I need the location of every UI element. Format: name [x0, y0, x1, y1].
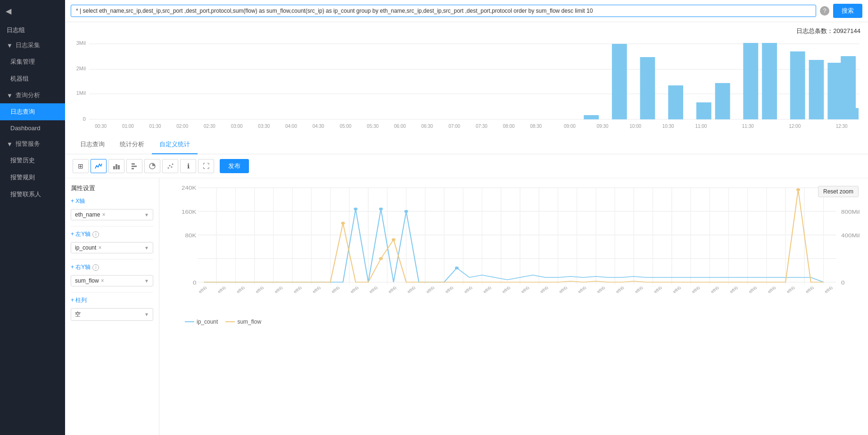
svg-text:eth0: eth0 [804, 285, 815, 294]
svg-text:80K: 80K [185, 233, 197, 239]
svg-text:05:00: 05:00 [339, 124, 351, 129]
x-axis-add-button[interactable]: + X轴 [71, 197, 153, 205]
sidebar-item-alert-history[interactable]: 报警历史 [0, 152, 65, 169]
svg-text:eth0: eth0 [652, 285, 663, 294]
sidebar-section-query-analyze[interactable]: ▼ 查询分析 [0, 87, 65, 103]
svg-text:eth0: eth0 [614, 285, 626, 294]
svg-text:11:30: 11:30 [742, 124, 754, 129]
column-select[interactable]: 空 ▼ [71, 308, 153, 321]
left-y-axis-select[interactable]: ip_count × ▼ [71, 242, 153, 253]
svg-text:04:00: 04:00 [285, 124, 297, 129]
sidebar-item-machine-group[interactable]: 机器组 [0, 70, 65, 87]
left-y-info-icon[interactable]: i [92, 231, 99, 238]
svg-text:800Mil: 800Mil [841, 209, 860, 215]
sidebar-collapse-button[interactable]: ◀ [0, 0, 65, 22]
svg-text:eth0: eth0 [311, 285, 322, 294]
right-y-axis-remove-button[interactable]: × [101, 277, 104, 284]
svg-rect-13 [715, 83, 730, 119]
sidebar-item-collect-mgmt[interactable]: 采集管理 [0, 53, 65, 70]
table-view-button[interactable]: ⊞ [73, 159, 89, 173]
svg-text:eth0: eth0 [728, 285, 739, 294]
svg-rect-17 [809, 60, 824, 119]
svg-rect-47 [116, 164, 117, 169]
svg-text:eth0: eth0 [538, 285, 550, 294]
reset-zoom-button[interactable]: Reset zoom [818, 186, 859, 197]
search-button[interactable]: 搜索 [833, 4, 862, 18]
svg-point-108 [379, 257, 383, 260]
svg-rect-10 [584, 115, 599, 119]
svg-text:09:00: 09:00 [564, 124, 576, 129]
tab-custom-stat[interactable]: 自定义统计 [152, 135, 198, 154]
publish-button[interactable]: 发布 [220, 159, 249, 173]
svg-rect-9 [640, 57, 655, 119]
scatter-chart-button[interactable] [162, 159, 178, 173]
svg-point-53 [168, 167, 169, 169]
tab-stat-analysis[interactable]: 统计分析 [112, 135, 152, 154]
pie-chart-button[interactable] [144, 159, 160, 173]
search-bar: ? 搜索 [65, 0, 868, 22]
svg-text:eth0: eth0 [292, 285, 303, 294]
svg-point-109 [392, 238, 396, 241]
x-axis-value: eth_name × [75, 211, 105, 218]
svg-text:0: 0 [841, 280, 845, 286]
svg-text:12:00: 12:00 [789, 124, 801, 129]
legend-sum-flow: sum_flow [225, 318, 261, 325]
left-y-dropdown-arrow: ▼ [144, 245, 149, 251]
sidebar-item-log-group[interactable]: 日志组 [0, 22, 65, 37]
svg-text:400Mil: 400Mil [841, 233, 860, 239]
help-icon[interactable]: ? [820, 6, 829, 16]
svg-text:eth0: eth0 [330, 285, 341, 294]
svg-rect-50 [132, 166, 137, 167]
svg-text:04:30: 04:30 [313, 124, 324, 129]
info-toolbar-button[interactable]: ℹ [180, 159, 196, 173]
line-chart-button[interactable] [91, 159, 107, 173]
svg-rect-11 [668, 85, 683, 119]
sidebar-item-dashboard[interactable]: Dashboard [0, 120, 65, 136]
bar-chart: 3Mil 2Mil 1Mil 0 [73, 38, 860, 133]
sidebar-item-alert-rules[interactable]: 报警规则 [0, 169, 65, 186]
svg-text:eth0: eth0 [576, 285, 587, 294]
left-y-axis-label: + 左Y轴 i [71, 230, 153, 238]
x-axis-dropdown-arrow: ▼ [144, 212, 149, 218]
x-axis-remove-button[interactable]: × [102, 211, 105, 218]
svg-text:eth0: eth0 [671, 285, 683, 294]
sidebar-section-alert-service[interactable]: ▼ 报警服务 [0, 136, 65, 152]
svg-text:eth0: eth0 [747, 285, 758, 294]
svg-text:10:30: 10:30 [662, 124, 674, 129]
svg-text:07:30: 07:30 [476, 124, 488, 129]
sidebar-item-alert-contact[interactable]: 报警联系人 [0, 186, 65, 203]
bar-chart-button[interactable] [108, 159, 124, 173]
legend-ip-count: ip_count [185, 318, 218, 325]
left-y-axis-remove-button[interactable]: × [98, 244, 101, 251]
chevron-down-icon: ▼ [7, 42, 13, 49]
svg-text:03:00: 03:00 [231, 124, 243, 129]
svg-point-56 [172, 164, 174, 165]
svg-text:eth0: eth0 [766, 285, 777, 294]
h-bar-chart-button[interactable] [126, 159, 142, 173]
chevron-down-icon: ▼ [7, 92, 13, 99]
svg-text:240K: 240K [182, 185, 196, 191]
x-axis-select[interactable]: eth_name × ▼ [71, 209, 153, 220]
sidebar-section-log-collect[interactable]: ▼ 日志采集 [0, 37, 65, 53]
svg-text:eth0: eth0 [444, 285, 455, 294]
svg-rect-20 [851, 108, 859, 119]
svg-text:00:30: 00:30 [95, 124, 107, 129]
svg-text:08:30: 08:30 [530, 124, 542, 129]
svg-text:01:30: 01:30 [149, 124, 161, 129]
svg-text:eth0: eth0 [709, 285, 720, 294]
svg-rect-51 [132, 168, 134, 169]
svg-point-105 [405, 210, 408, 213]
tab-log-query[interactable]: 日志查询 [73, 135, 112, 154]
expand-toolbar-button[interactable]: ⛶ [198, 159, 214, 173]
right-y-info-icon[interactable]: i [92, 264, 99, 271]
svg-text:eth0: eth0 [197, 285, 208, 294]
svg-text:2Mil: 2Mil [76, 66, 86, 71]
column-add-button[interactable]: + 柱列 [71, 296, 153, 304]
content-area: 属性设置 + X轴 eth_name × ▼ + 左Y轴 i ip_count … [65, 178, 868, 435]
right-y-axis-select[interactable]: sum_flow × ▼ [71, 275, 153, 286]
right-y-dropdown-arrow: ▼ [144, 278, 149, 284]
search-input[interactable] [71, 5, 816, 17]
svg-text:eth0: eth0 [633, 285, 645, 294]
svg-text:12:30: 12:30 [836, 124, 848, 129]
sidebar-item-log-query[interactable]: 日志查询 [0, 103, 65, 120]
